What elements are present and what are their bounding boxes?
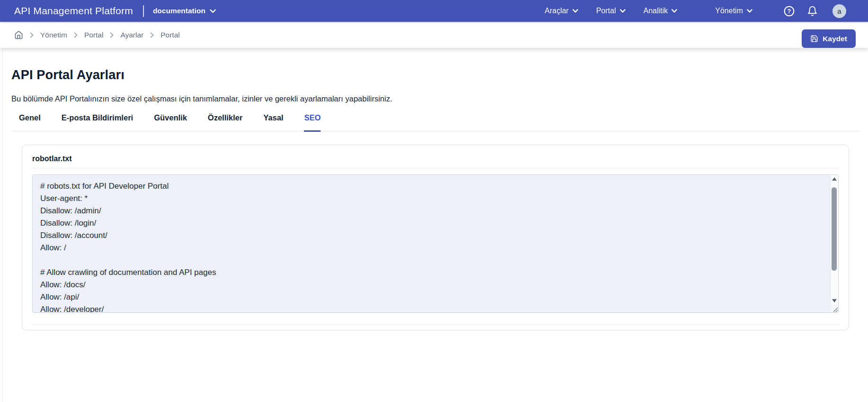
breadcrumb-item-yonetim[interactable]: Yönetim xyxy=(40,31,67,39)
notifications-button[interactable] xyxy=(806,5,818,17)
home-icon[interactable] xyxy=(14,30,23,39)
page-title: API Portal Ayarları xyxy=(11,68,868,82)
menu-yonetim-label: Yönetim xyxy=(715,7,743,15)
help-button[interactable]: ? xyxy=(783,5,795,17)
help-icon: ? xyxy=(783,5,795,17)
navbar-icons: ? a xyxy=(783,4,846,18)
chevron-down-icon xyxy=(620,9,626,13)
card-footer-divider xyxy=(32,324,839,325)
project-switcher[interactable]: documentation xyxy=(153,7,216,15)
chevron-right-icon xyxy=(74,32,78,38)
menu-yonetim[interactable]: Yönetim xyxy=(715,7,752,15)
tab-guvenlik[interactable]: Güvenlik xyxy=(154,113,187,132)
seo-settings-card: robotlar.txt # robots.txt for API Develo… xyxy=(22,145,849,330)
project-name: documentation xyxy=(153,7,206,15)
content-left-edge xyxy=(2,22,3,402)
save-icon xyxy=(810,35,818,43)
user-avatar[interactable]: a xyxy=(832,4,846,18)
save-button-label: Kaydet xyxy=(823,35,847,43)
save-button[interactable]: Kaydet xyxy=(802,29,856,48)
tab-ozellikler[interactable]: Özellikler xyxy=(208,113,242,132)
main-content: API Portal Ayarları Bu bölümde API Porta… xyxy=(0,68,868,330)
chevron-right-icon xyxy=(150,32,154,38)
menu-analitik[interactable]: Analitik xyxy=(644,7,678,15)
svg-text:?: ? xyxy=(787,8,791,15)
scrollbar-down-button[interactable] xyxy=(831,297,838,305)
triangle-down-icon xyxy=(832,299,837,302)
page-description: Bu bölümde API Portalınızın size özel ça… xyxy=(11,94,868,103)
resize-grip-icon xyxy=(832,306,838,312)
brand-divider xyxy=(143,5,144,17)
settings-tabs: Genel E-posta Bildirimleri Güvenlik Özel… xyxy=(11,113,860,131)
navbar-right: Araçlar Portal Analitik Yönetim xyxy=(545,4,846,18)
menu-analitik-label: Analitik xyxy=(644,7,668,15)
breadcrumb-item-ayarlar[interactable]: Ayarlar xyxy=(120,31,143,39)
bell-icon xyxy=(807,6,818,17)
breadcrumb-item-portal[interactable]: Portal xyxy=(84,31,104,39)
scrollbar-up-button[interactable] xyxy=(831,175,838,183)
chevron-down-icon xyxy=(210,9,216,13)
card-divider xyxy=(32,168,839,168)
chevron-down-icon xyxy=(573,9,578,13)
menu-portal[interactable]: Portal xyxy=(596,7,626,15)
top-navbar: API Management Platform documentation Ar… xyxy=(0,0,868,22)
chevron-right-icon xyxy=(30,32,34,38)
robots-txt-textarea[interactable]: # robots.txt for API Developer Portal Us… xyxy=(32,174,839,313)
menu-portal-label: Portal xyxy=(596,7,616,15)
chevron-down-icon xyxy=(671,9,677,13)
chevron-down-icon xyxy=(747,9,752,13)
tab-yasal[interactable]: Yasal xyxy=(263,113,283,132)
breadcrumb-bar: Yönetim Portal Ayarlar Portal Kaydet xyxy=(0,22,868,48)
tab-genel[interactable]: Genel xyxy=(19,113,41,132)
tab-seo[interactable]: SEO xyxy=(304,113,321,132)
breadcrumb-item-portal-current[interactable]: Portal xyxy=(161,31,180,39)
triangle-up-icon xyxy=(832,177,837,181)
chevron-right-icon xyxy=(110,32,114,38)
tab-eposta-bildirimleri[interactable]: E-posta Bildirimleri xyxy=(62,113,133,132)
textarea-resize-handle[interactable] xyxy=(830,305,838,312)
menu-araclar[interactable]: Araçlar xyxy=(545,7,578,15)
menu-araclar-label: Araçlar xyxy=(545,7,569,15)
breadcrumb: Yönetim Portal Ayarlar Portal xyxy=(14,30,180,39)
navbar-menus: Araçlar Portal Analitik Yönetim xyxy=(545,7,752,15)
textarea-scrollbar[interactable] xyxy=(830,175,838,305)
robots-txt-content: # robots.txt for API Developer Portal Us… xyxy=(33,175,830,312)
robots-txt-label: robotlar.txt xyxy=(32,155,839,163)
scrollbar-thumb[interactable] xyxy=(832,187,837,271)
app-brand[interactable]: API Management Platform xyxy=(14,5,133,17)
